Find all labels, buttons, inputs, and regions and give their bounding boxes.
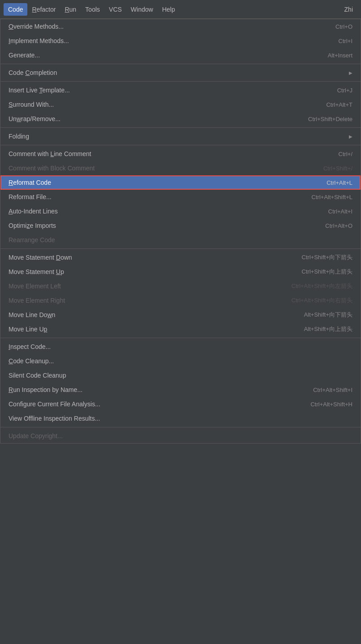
menu-item-rearrange-code-label: Rearrange Code bbox=[9, 236, 55, 244]
menu-item-optimize-imports-label: Optimize Imports bbox=[9, 222, 56, 229]
menu-item-move-line-up-shortcut: Alt+Shift+向上箭头 bbox=[304, 325, 352, 333]
menu-item-configure-analysis-label: Configure Current File Analysis... bbox=[9, 400, 100, 408]
menubar-item-refactor[interactable]: Refactor bbox=[27, 3, 60, 16]
menu-item-move-statement-down[interactable]: Move Statement Down Ctrl+Shift+向下箭头 bbox=[0, 250, 361, 265]
menu-item-run-inspection-by-name[interactable]: Run Inspection by Name... Ctrl+Alt+Shift… bbox=[0, 383, 361, 397]
menu-item-view-offline[interactable]: View Offline Inspection Results... bbox=[0, 411, 361, 426]
menu-item-reformat-code[interactable]: Reformat Code Ctrl+Alt+L bbox=[0, 175, 361, 190]
menu-item-configure-analysis[interactable]: Configure Current File Analysis... Ctrl+… bbox=[0, 397, 361, 411]
menu-item-generate-label: Generate... bbox=[9, 52, 40, 59]
menu-item-move-statement-down-shortcut: Ctrl+Shift+向下箭头 bbox=[302, 253, 352, 261]
menu-item-comment-block-shortcut: Ctrl+Shift+/ bbox=[323, 165, 352, 172]
menu-item-move-statement-down-label: Move Statement Down bbox=[9, 254, 72, 261]
menu-item-run-inspection-by-name-shortcut: Ctrl+Alt+Shift+I bbox=[313, 387, 352, 393]
menubar-item-help[interactable]: Help bbox=[157, 3, 179, 16]
separator-3 bbox=[0, 127, 361, 128]
menu-item-folding[interactable]: Folding ▶ bbox=[0, 129, 361, 144]
menu-item-auto-indent[interactable]: Auto-Indent Lines Ctrl+Alt+I bbox=[0, 204, 361, 218]
menu-item-implement-methods-shortcut: Ctrl+I bbox=[339, 38, 352, 44]
menu-item-comment-block: Comment with Block Comment Ctrl+Shift+/ bbox=[0, 161, 361, 175]
menubar-item-run[interactable]: Run bbox=[60, 3, 81, 16]
menu-item-move-line-up-label: Move Line Up bbox=[9, 326, 47, 333]
menu-item-move-element-right-shortcut: Ctrl+Alt+Shift+向右箭头 bbox=[291, 296, 352, 305]
menu-item-comment-line-shortcut: Ctrl+/ bbox=[339, 151, 352, 157]
menu-item-move-line-down-label: Move Line Down bbox=[9, 311, 55, 318]
separator-4 bbox=[0, 145, 361, 145]
folding-arrow-icon: ▶ bbox=[349, 134, 352, 139]
menu-item-move-element-left-label: Move Element Left bbox=[9, 283, 61, 290]
menubar-item-tools[interactable]: Tools bbox=[81, 3, 104, 16]
menu-item-inspect-code[interactable]: Inspect Code... bbox=[0, 339, 361, 354]
menu-item-move-statement-up[interactable]: Move Statement Up Ctrl+Shift+向上箭头 bbox=[0, 265, 361, 279]
menu-item-update-copyright-label: Update Copyright... bbox=[9, 432, 63, 439]
menubar-item-window[interactable]: Window bbox=[126, 3, 158, 16]
menu-item-override-methods-label: Override Methods... bbox=[9, 23, 64, 30]
menu-item-unwrap-remove-shortcut: Ctrl+Shift+Delete bbox=[308, 116, 352, 122]
menu-item-unwrap-remove-label: Unwrap/Remove... bbox=[9, 115, 61, 122]
menu-item-comment-line-label: Comment with Line Comment bbox=[9, 150, 91, 157]
menu-item-comment-block-label: Comment with Block Comment bbox=[9, 165, 95, 172]
menu-item-move-element-right-label: Move Element Right bbox=[9, 297, 65, 304]
menubar-item-code[interactable]: Code bbox=[4, 3, 27, 16]
menu-item-move-element-left: Move Element Left Ctrl+Alt+Shift+向左箭头 bbox=[0, 279, 361, 293]
menubar-item-zhi[interactable]: Zhi bbox=[340, 3, 357, 16]
menu-item-insert-live-template[interactable]: Insert Live Template... Ctrl+J bbox=[0, 83, 361, 97]
code-menu: Override Methods... Ctrl+O Implement Met… bbox=[0, 19, 361, 444]
menu-item-move-line-down[interactable]: Move Line Down Alt+Shift+向下箭头 bbox=[0, 308, 361, 322]
menu-item-auto-indent-label: Auto-Indent Lines bbox=[9, 208, 58, 215]
menu-item-optimize-imports[interactable]: Optimize Imports Ctrl+Alt+O bbox=[0, 218, 361, 233]
separator-5 bbox=[0, 248, 361, 249]
menu-bar: Code Refactor Run Tools VCS Window Help … bbox=[0, 0, 361, 19]
menu-item-update-copyright: Update Copyright... bbox=[0, 429, 361, 443]
menu-item-reformat-code-shortcut: Ctrl+Alt+L bbox=[326, 179, 352, 186]
menu-item-reformat-code-label: Reformat Code bbox=[9, 179, 51, 186]
menu-item-code-cleanup-label: Code Cleanup... bbox=[9, 357, 54, 365]
menu-item-move-statement-up-shortcut: Ctrl+Shift+向上箭头 bbox=[302, 268, 352, 276]
menubar-item-vcs[interactable]: VCS bbox=[104, 3, 126, 16]
menu-item-comment-line[interactable]: Comment with Line Comment Ctrl+/ bbox=[0, 147, 361, 161]
menu-item-implement-methods-label: Implement Methods... bbox=[9, 37, 69, 44]
menu-item-generate-shortcut: Alt+Insert bbox=[328, 52, 352, 59]
menu-item-surround-with-shortcut: Ctrl+Alt+T bbox=[326, 101, 352, 108]
menu-item-implement-methods[interactable]: Implement Methods... Ctrl+I bbox=[0, 34, 361, 48]
menu-item-code-cleanup[interactable]: Code Cleanup... bbox=[0, 354, 361, 368]
menu-item-optimize-imports-shortcut: Ctrl+Alt+O bbox=[325, 222, 352, 229]
menu-item-reformat-file-label: Reformat File... bbox=[9, 193, 52, 200]
menu-item-generate[interactable]: Generate... Alt+Insert bbox=[0, 48, 361, 62]
menu-item-silent-code-cleanup[interactable]: Silent Code Cleanup bbox=[0, 368, 361, 383]
menu-item-rearrange-code: Rearrange Code bbox=[0, 233, 361, 247]
menu-item-code-completion-label: Code Completion bbox=[9, 69, 57, 76]
menu-item-code-completion[interactable]: Code Completion ▶ bbox=[0, 65, 361, 80]
menu-item-move-statement-up-label: Move Statement Up bbox=[9, 268, 64, 275]
menu-item-auto-indent-shortcut: Ctrl+Alt+I bbox=[328, 208, 352, 215]
menu-item-move-line-down-shortcut: Alt+Shift+向下箭头 bbox=[304, 311, 352, 319]
menu-item-folding-label: Folding bbox=[9, 133, 29, 140]
menu-item-inspect-code-label: Inspect Code... bbox=[9, 343, 51, 350]
menu-item-reformat-file[interactable]: Reformat File... Ctrl+Alt+Shift+L bbox=[0, 190, 361, 204]
separator-7 bbox=[0, 427, 361, 427]
menu-item-move-line-up[interactable]: Move Line Up Alt+Shift+向上箭头 bbox=[0, 322, 361, 336]
menu-item-configure-analysis-shortcut: Ctrl+Alt+Shift+H bbox=[310, 401, 352, 408]
menu-item-override-methods-shortcut: Ctrl+O bbox=[335, 23, 352, 30]
menu-item-insert-live-template-shortcut: Ctrl+J bbox=[337, 87, 352, 94]
menu-item-surround-with[interactable]: Surround With... Ctrl+Alt+T bbox=[0, 97, 361, 112]
menu-item-view-offline-label: View Offline Inspection Results... bbox=[9, 415, 100, 422]
menu-item-unwrap-remove[interactable]: Unwrap/Remove... Ctrl+Shift+Delete bbox=[0, 112, 361, 126]
menu-item-silent-code-cleanup-label: Silent Code Cleanup bbox=[9, 372, 66, 379]
menu-item-insert-live-template-label: Insert Live Template... bbox=[9, 87, 70, 94]
menu-item-surround-with-label: Surround With... bbox=[9, 101, 54, 108]
menu-item-run-inspection-by-name-label: Run Inspection by Name... bbox=[9, 386, 83, 393]
menu-item-move-element-right: Move Element Right Ctrl+Alt+Shift+向右箭头 bbox=[0, 293, 361, 308]
separator-6 bbox=[0, 338, 361, 338]
menu-item-reformat-file-shortcut: Ctrl+Alt+Shift+L bbox=[312, 194, 352, 200]
menu-item-override-methods[interactable]: Override Methods... Ctrl+O bbox=[0, 19, 361, 34]
menu-item-move-element-left-shortcut: Ctrl+Alt+Shift+向左箭头 bbox=[291, 282, 352, 290]
separator-1 bbox=[0, 64, 361, 64]
arrow-icon: ▶ bbox=[349, 70, 352, 75]
separator-2 bbox=[0, 81, 361, 82]
